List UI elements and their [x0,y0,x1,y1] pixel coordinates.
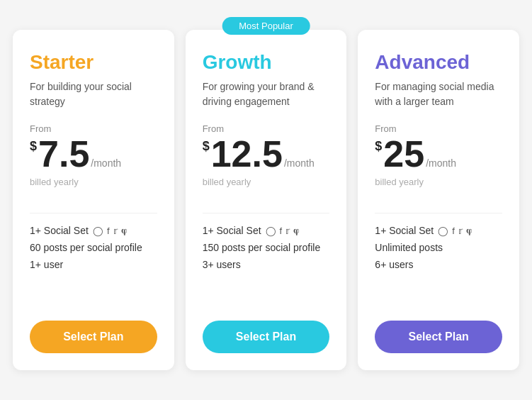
advanced-price-period: /month [426,158,456,168]
advanced-currency: $ [375,140,382,152]
growth-plan-card: Most Popular Growth For growing your bra… [186,30,347,370]
advanced-divider [375,213,502,213]
starter-features: 1+ Social Set ◯ f 𝕣 𝛗 60 posts per socia… [30,225,157,306]
growth-features: 1+ Social Set ◯ f 𝕣 𝛗 150 posts per soci… [203,225,330,306]
starter-price-row: $ 7.5 /month [30,135,157,172]
starter-select-button[interactable]: Select Plan [30,321,157,353]
starter-currency: $ [30,140,37,152]
growth-divider [203,213,330,213]
starter-divider [30,213,157,213]
starter-plan-card: Starter For building your social strateg… [13,30,174,370]
advanced-posts: Unlimited posts [375,242,502,253]
starter-price-period: /month [91,158,121,168]
pinterest-icon: 𝛗 [121,225,128,236]
facebook-icon: f [107,226,110,236]
growth-social-icons: ◯ f 𝕣 𝛗 [266,225,300,236]
advanced-plan-card: Advanced For managing social media with … [358,30,519,370]
twitter-icon: 𝕣 [113,226,118,236]
advanced-from-label: From [375,123,502,134]
growth-from-label: From [203,123,330,134]
starter-plan-description: For building your social strategy [30,79,157,109]
starter-from-label: From [30,123,157,134]
facebook-icon: f [452,226,455,236]
starter-plan-name: Starter [30,51,157,74]
instagram-icon: ◯ [438,226,448,236]
growth-currency: $ [203,140,210,152]
pinterest-icon: 𝛗 [466,225,472,236]
advanced-users: 6+ users [375,259,502,270]
twitter-icon: 𝕣 [285,226,290,236]
growth-select-button[interactable]: Select Plan [203,321,330,353]
growth-billing: billed yearly [203,177,330,187]
starter-price-section: From $ 7.5 /month [30,123,157,172]
advanced-social-icons: ◯ f 𝕣 𝛗 [438,225,472,236]
growth-plan-name: Growth [203,51,330,74]
growth-price-section: From $ 12.5 /month [203,123,330,172]
pricing-container: Starter For building your social strateg… [0,16,532,384]
growth-plan-description: For growing your brand & driving engagem… [203,79,330,109]
advanced-price-row: $ 25 /month [375,135,502,172]
advanced-billing: billed yearly [375,177,502,187]
starter-price-amount: 7.5 [38,135,89,172]
advanced-plan-description: For managing social media with a larger … [375,79,502,109]
instagram-icon: ◯ [266,226,276,236]
advanced-features: 1+ Social Set ◯ f 𝕣 𝛗 Unlimited posts 6+… [375,225,502,306]
instagram-icon: ◯ [93,226,103,236]
starter-social-set-label: 1+ Social Set [30,225,89,236]
growth-price-period: /month [284,158,315,168]
growth-posts: 150 posts per social profile [203,242,330,253]
pinterest-icon: 𝛗 [293,225,300,236]
most-popular-badge: Most Popular [222,17,310,35]
advanced-price-section: From $ 25 /month [375,123,502,172]
growth-price-amount: 12.5 [211,135,283,172]
advanced-plan-name: Advanced [375,51,502,74]
starter-billing: billed yearly [30,177,157,187]
starter-social-icons: ◯ f 𝕣 𝛗 [93,225,128,236]
starter-social-set-row: 1+ Social Set ◯ f 𝕣 𝛗 [30,225,157,236]
advanced-price-amount: 25 [383,135,424,172]
starter-users: 1+ user [30,259,157,270]
advanced-social-set-row: 1+ Social Set ◯ f 𝕣 𝛗 [375,225,502,236]
growth-price-row: $ 12.5 /month [203,135,330,172]
facebook-icon: f [280,226,283,236]
advanced-social-set-label: 1+ Social Set [375,225,434,236]
growth-users: 3+ users [203,259,330,270]
twitter-icon: 𝕣 [458,226,463,236]
growth-social-set-row: 1+ Social Set ◯ f 𝕣 𝛗 [203,225,330,236]
advanced-select-button[interactable]: Select Plan [375,321,502,353]
starter-posts: 60 posts per social profile [30,242,157,253]
growth-social-set-label: 1+ Social Set [203,225,261,236]
